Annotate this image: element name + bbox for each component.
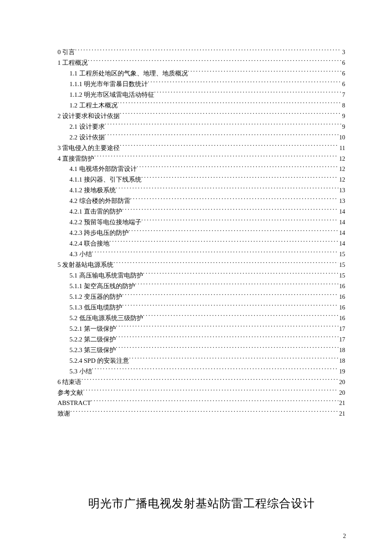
toc-title: 4.1.1 接闪器、引下线系统 bbox=[69, 174, 141, 185]
toc-title: 5.1.3 低压电缆防护 bbox=[69, 302, 122, 313]
toc-title: 5 发射基站电源系统 bbox=[58, 260, 113, 270]
toc-title: ABSTRACT bbox=[58, 398, 91, 408]
toc-entry: 4.1.1 接闪器、引下线系统12 bbox=[58, 174, 345, 185]
toc-title: 1.2 工程土木概况 bbox=[69, 100, 118, 111]
toc-entry: 5.1 高压输电系统雷电防护15 bbox=[58, 270, 345, 281]
toc-title: 5.2.2 第二级保护 bbox=[69, 334, 116, 345]
toc-page-number: 18 bbox=[338, 356, 345, 366]
toc-entry: 5.2.1 第一级保护17 bbox=[58, 324, 345, 334]
toc-page-number: 13 bbox=[338, 186, 345, 196]
toc-title: 5.1.2 变压器的防护 bbox=[69, 292, 122, 302]
toc-entry: 1.2 工程土木概况8 bbox=[58, 100, 345, 111]
toc-entry: 4.1 电视塔外部防雷设计12 bbox=[58, 164, 345, 174]
toc-page-number: 17 bbox=[338, 335, 345, 345]
toc-page-number: 19 bbox=[338, 367, 345, 377]
toc-entry: 2.2 设计依据10 bbox=[58, 132, 345, 143]
toc-leader bbox=[91, 399, 338, 405]
toc-entry: 5.1.1 架空高压线的防护16 bbox=[58, 281, 345, 292]
toc-entry: 5.1.2 变压器的防护16 bbox=[58, 292, 345, 302]
toc-page-number: 20 bbox=[338, 388, 345, 398]
toc-entry: 4.2.1 直击雷的防护14 bbox=[58, 206, 345, 217]
toc-page-number: 15 bbox=[338, 271, 345, 281]
toc-leader bbox=[110, 239, 338, 246]
toc-entry: 1.1 工程所处地区的气象、地理、地质概况6 bbox=[58, 68, 345, 79]
toc-entry: 参考文献20 bbox=[58, 387, 345, 398]
toc-title: 0 引言 bbox=[58, 47, 75, 58]
toc-entry: 4.2.2 预留等电位接地端子14 bbox=[58, 217, 345, 228]
toc-leader bbox=[122, 207, 338, 214]
toc-leader bbox=[188, 69, 342, 75]
toc-page-number: 18 bbox=[338, 346, 345, 356]
toc-title: 4.2.2 预留等电位接地端子 bbox=[69, 217, 141, 228]
toc-title: 致谢 bbox=[58, 408, 70, 419]
toc-title: 2 设计要求和设计依据 bbox=[58, 111, 120, 121]
toc-entry: 5.1.3 低压电缆防护16 bbox=[58, 302, 345, 313]
toc-page-number: 8 bbox=[341, 101, 345, 111]
toc-entry: 5.3 小结19 bbox=[58, 366, 345, 377]
toc-leader bbox=[94, 154, 338, 161]
toc-leader bbox=[143, 314, 339, 320]
toc-page-number: 9 bbox=[341, 122, 345, 132]
toc-leader bbox=[120, 144, 338, 150]
toc-entry: 4.3 小结15 bbox=[58, 249, 345, 260]
toc-title: 4.2.1 直击雷的防护 bbox=[69, 206, 122, 217]
toc-title: 4.2 综合楼的外部防雷 bbox=[69, 196, 130, 206]
toc-leader bbox=[141, 218, 338, 224]
toc-leader bbox=[116, 324, 338, 331]
toc-leader bbox=[118, 101, 342, 107]
toc-page-number: 11 bbox=[339, 144, 345, 153]
toc-page-number: 6 bbox=[341, 58, 345, 68]
toc-page-number: 12 bbox=[338, 165, 345, 174]
document-title: 明光市广播电视发射基站防雷工程综合设计 bbox=[58, 496, 345, 511]
toc-page-number: 12 bbox=[338, 175, 345, 185]
toc-leader bbox=[154, 90, 341, 97]
toc-entry: 1.1.1 明光市年雷暴日数统计6 bbox=[58, 79, 345, 90]
toc-title: 1.1.1 明光市年雷暴日数统计 bbox=[69, 79, 148, 90]
toc-title: 4 直接雷防护 bbox=[58, 153, 94, 164]
toc-entry: 1.1.2 明光市区域雷电活动特征7 bbox=[58, 90, 345, 100]
toc-entry: 4 直接雷防护12 bbox=[58, 153, 345, 164]
toc-page-number: 12 bbox=[338, 154, 345, 164]
toc-leader bbox=[105, 122, 342, 129]
toc-title: 5.1.1 架空高压线的防护 bbox=[69, 281, 135, 292]
toc-leader bbox=[116, 186, 338, 192]
toc-entry: 1 工程概况6 bbox=[58, 58, 345, 68]
toc-title: 1 工程概况 bbox=[58, 58, 88, 68]
toc-leader bbox=[129, 228, 338, 235]
toc-entry: 2.1 设计要求9 bbox=[58, 121, 345, 132]
toc-page-number: 14 bbox=[338, 207, 345, 217]
toc-leader bbox=[92, 250, 339, 256]
toc-entry: 4.2 综合楼的外部防雷13 bbox=[58, 196, 345, 206]
toc-title: 3 雷电侵入的主要途径 bbox=[58, 143, 120, 153]
toc-leader bbox=[83, 388, 338, 395]
toc-leader bbox=[122, 292, 338, 299]
toc-entry: 4.2.4 联合接地14 bbox=[58, 238, 345, 249]
toc-title: 5.1 高压输电系统雷电防护 bbox=[69, 270, 143, 281]
toc-page-number: 14 bbox=[338, 228, 345, 238]
toc-title: 5.2.4 SPD 的安装注意 bbox=[69, 356, 129, 366]
toc-leader bbox=[137, 165, 339, 171]
toc-page-number: 20 bbox=[338, 378, 345, 387]
toc-entry: 5.2 低压电源系统三级防护16 bbox=[58, 313, 345, 324]
toc-page-number: 6 bbox=[341, 69, 345, 79]
toc-entry: 6 结束语20 bbox=[58, 377, 345, 387]
toc-leader bbox=[81, 378, 338, 384]
page-number: 2 bbox=[343, 533, 346, 540]
toc-leader bbox=[105, 133, 339, 139]
toc-page-number: 21 bbox=[338, 409, 345, 419]
toc-entry: 2 设计要求和设计依据9 bbox=[58, 111, 345, 121]
toc-entry: 5.2.4 SPD 的安装注意18 bbox=[58, 356, 345, 366]
toc-leader bbox=[88, 58, 341, 65]
toc-leader bbox=[120, 112, 341, 118]
toc-entry: 0 引言3 bbox=[58, 47, 345, 58]
toc-page-number: 14 bbox=[338, 239, 345, 249]
toc-page-number: 15 bbox=[338, 260, 345, 270]
toc-leader bbox=[135, 282, 338, 288]
toc-title: 2.2 设计依据 bbox=[69, 132, 105, 143]
toc-page-number: 16 bbox=[338, 303, 345, 313]
toc-title: 参考文献 bbox=[58, 387, 83, 398]
toc-leader bbox=[113, 260, 338, 267]
toc-entry: 5.2.2 第二级保护17 bbox=[58, 334, 345, 345]
toc-entry: 4.2.3 跨步电压的防护14 bbox=[58, 228, 345, 238]
toc-leader bbox=[75, 48, 341, 54]
